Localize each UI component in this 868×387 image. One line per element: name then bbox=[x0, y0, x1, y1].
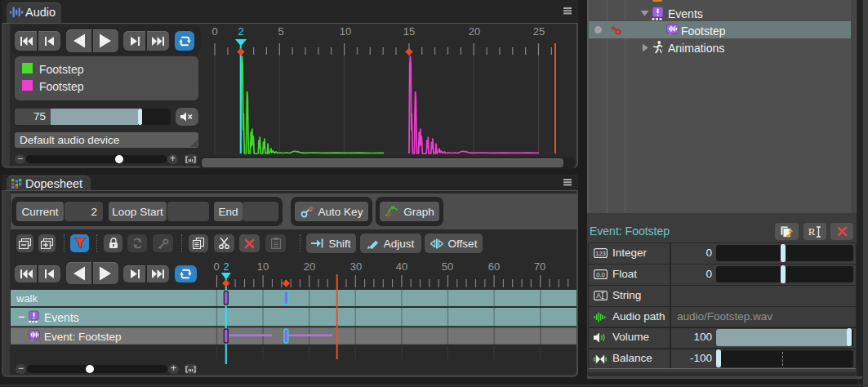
svg-text:0.0: 0.0 bbox=[596, 271, 604, 278]
svg-text:A: A bbox=[596, 291, 601, 300]
svg-text:123: 123 bbox=[595, 250, 606, 257]
